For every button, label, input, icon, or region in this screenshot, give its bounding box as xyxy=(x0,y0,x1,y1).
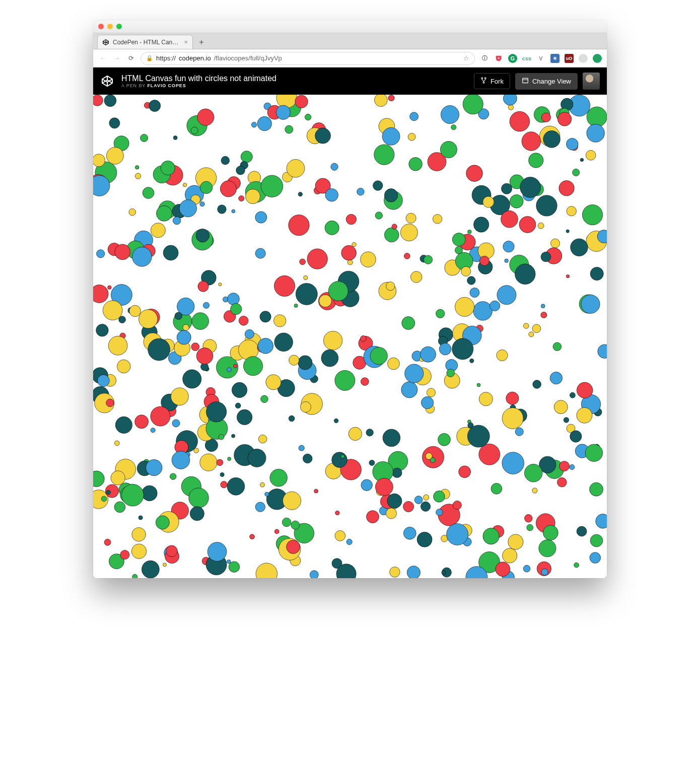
url-path: /flaviocopes/full/qJvyVp xyxy=(214,54,282,62)
new-tab-button[interactable]: + xyxy=(195,36,208,49)
browser-toolbar: ← → ⟳ 🔒 https://codepen.io/flaviocopes/f… xyxy=(93,49,607,67)
fork-button[interactable]: Fork xyxy=(474,73,510,89)
pen-title-block: HTML Canvas fun with circles not animate… xyxy=(121,74,276,89)
circles-canvas xyxy=(93,95,607,578)
byline-prefix: A PEN BY xyxy=(121,83,146,88)
url-scheme: https:// xyxy=(156,54,176,62)
codepen-favicon-icon xyxy=(102,39,109,46)
nav-forward-button[interactable]: → xyxy=(112,54,121,62)
browser-tab-active[interactable]: CodePen - HTML Canvas fun w… × xyxy=(97,35,193,49)
browser-window: CodePen - HTML Canvas fun w… × + ← → ⟳ 🔒… xyxy=(93,20,607,578)
lock-icon: 🔒 xyxy=(146,55,153,61)
codepen-logo-icon[interactable] xyxy=(100,74,114,88)
tab-title: CodePen - HTML Canvas fun w… xyxy=(113,39,180,46)
pen-byline: A PEN BY Flavio Copes xyxy=(121,83,276,89)
browser-tabstrip: CodePen - HTML Canvas fun w… × + xyxy=(93,33,607,49)
nav-reload-button[interactable]: ⟳ xyxy=(126,54,135,62)
change-view-label: Change View xyxy=(532,78,571,85)
zoom-window-button[interactable] xyxy=(116,24,122,29)
window-controls xyxy=(98,24,122,29)
minimize-window-button[interactable] xyxy=(107,24,113,29)
fork-icon xyxy=(480,77,487,85)
svg-point-1 xyxy=(484,78,486,79)
codepen-header: HTML Canvas fun with circles not animate… xyxy=(93,67,607,95)
fork-label: Fork xyxy=(491,78,504,85)
ublock-extension-icon[interactable]: uO xyxy=(565,54,574,63)
macos-titlebar xyxy=(93,20,607,33)
user-avatar[interactable] xyxy=(583,73,600,90)
address-bar[interactable]: 🔒 https://codepen.io/flaviocopes/full/qJ… xyxy=(141,52,475,65)
react-devtools-extension-icon[interactable]: ⚛ xyxy=(550,54,559,63)
layout-icon xyxy=(522,77,529,86)
tab-close-icon[interactable]: × xyxy=(184,39,188,45)
svg-rect-3 xyxy=(523,78,528,83)
svg-point-2 xyxy=(483,82,484,83)
close-window-button[interactable] xyxy=(98,24,104,29)
v-extension-icon[interactable]: V xyxy=(536,54,545,63)
pen-author[interactable]: Flavio Copes xyxy=(147,83,186,88)
status-dot-icon xyxy=(593,54,602,63)
pen-title: HTML Canvas fun with circles not animate… xyxy=(121,74,276,83)
profile-avatar-icon[interactable] xyxy=(579,54,588,63)
pen-output xyxy=(93,95,607,578)
bookmark-star-icon[interactable]: ☆ xyxy=(463,54,469,62)
css-extension-icon[interactable]: css xyxy=(522,54,531,63)
grammarly-extension-icon[interactable]: G xyxy=(508,54,517,63)
svg-point-0 xyxy=(481,78,483,79)
codepen-actions: Fork Change View xyxy=(474,73,600,90)
change-view-button[interactable]: Change View xyxy=(515,73,578,90)
url-host: codepen.io xyxy=(179,54,211,62)
extension-icons: ⓘ G css V ⚛ uO xyxy=(480,54,602,63)
nav-back-button[interactable]: ← xyxy=(98,54,107,62)
info-icon[interactable]: ⓘ xyxy=(480,54,489,63)
pocket-extension-icon[interactable] xyxy=(494,54,503,63)
